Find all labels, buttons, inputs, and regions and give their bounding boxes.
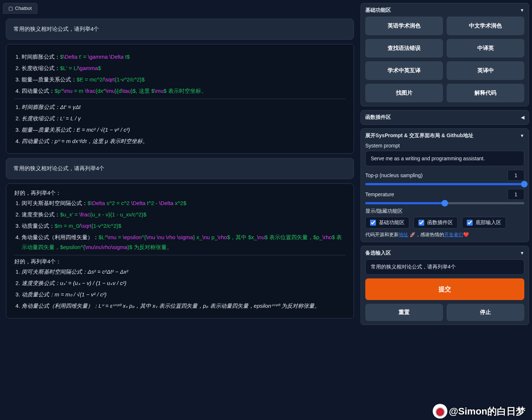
function-button[interactable]: 找图片 <box>365 84 443 102</box>
alt-input-panel: 备选输入区 ▼ 提交 重置 停止 <box>361 246 529 325</box>
formula-rendered: 角动量公式（利用四维矢量）：Lᵘ = εᵘᵛᵖᵟ xᵥ pₚ，其中 xᵥ 表示位… <box>22 301 346 311</box>
tab-label: Chatbot <box>15 6 32 11</box>
toggle-checkbox[interactable] <box>418 220 424 226</box>
chevron-down-icon[interactable]: ▼ <box>520 251 524 256</box>
watermark: ◉ @Simon的白日梦 <box>433 404 525 419</box>
panel-title: 基础功能区 <box>365 7 391 14</box>
function-button[interactable]: 解释代码 <box>447 84 524 102</box>
credits-text: 代码开源和更新地址 🚀，感谢热情的开发者们❤️ <box>365 231 524 238</box>
bot-message: 时间膨胀公式：$\Delta t' = \gamma \Delta t$长度收缩… <box>6 44 354 154</box>
formula-rendered: 能量—质量关系公式：E = mc² / √(1 − v² / c²) <box>22 125 346 135</box>
formula-item: 动质量公式：$m = m_0/\sqrt{1-v^2/c^2}$ <box>22 221 346 231</box>
formula-rendered: 动质量公式：m = m₀ / √(1 − v² / c²) <box>22 289 346 299</box>
topp-value[interactable]: 1 <box>507 170 524 181</box>
temperature-label: Temperature <box>365 191 394 197</box>
weibo-icon: ◉ <box>433 404 447 419</box>
toggle-item[interactable]: 函数插件区 <box>414 217 458 229</box>
function-button[interactable]: 中文学术润色 <box>447 17 524 35</box>
panel-title: 函数插件区 <box>365 114 391 121</box>
toggle-item[interactable]: 基础功能区 <box>365 217 409 229</box>
user-message: 常用的狭义相对论公式，请列举4个 <box>6 19 354 40</box>
chevron-left-icon[interactable]: ◀ <box>521 115 524 120</box>
formula-item: 长度收缩公式：$L' = L/\gamma$ <box>22 63 346 73</box>
panel-title: 展开SysPrompt & 交互界面布局 & Github地址 <box>365 132 473 139</box>
plugin-panel[interactable]: 函数插件区 ◀ <box>361 110 529 125</box>
temperature-value[interactable]: 1 <box>507 189 524 200</box>
formula-item: 速度变换公式：$u_x' = \frac{u_x - v}{1 - u_xv/c… <box>22 209 346 219</box>
formula-item: 四动量公式：$p^\mu = m \frac{dx^\mu}{d\tau}$, … <box>22 86 346 96</box>
submit-button[interactable]: 提交 <box>365 278 524 300</box>
bot-message: 好的，再列举4个： 闵可夫斯基时空间隔公式：$\Delta s^2 = c^2 … <box>6 183 354 318</box>
function-button[interactable]: 英语学术润色 <box>365 17 443 35</box>
alt-input[interactable] <box>365 259 524 275</box>
system-prompt-input[interactable] <box>365 151 524 166</box>
formula-item: 闵可夫斯基时空间隔公式：$\Delta s^2 = c^2 \Delta t^2… <box>22 198 346 208</box>
stop-button[interactable]: 停止 <box>447 304 524 321</box>
formula-rendered: 四动量公式：pᵘ = m dxᵘ/dτ，这里 μ 表示时空坐标。 <box>22 136 346 146</box>
topp-slider[interactable] <box>365 183 524 185</box>
formula-item: 能量—质量关系公式：$E = mc^2/\sqrt{1-v^2/c^2}$ <box>22 74 346 84</box>
function-button[interactable]: 查找语法错误 <box>365 39 443 58</box>
formula-rendered: 时间膨胀公式：Δt′ = γΔt <box>22 102 346 112</box>
formula-rendered: 长度收缩公式：L′ = L / γ <box>22 113 346 123</box>
devs-link[interactable]: 开发者们 <box>444 232 463 237</box>
function-button[interactable]: 中译英 <box>447 39 524 58</box>
expand-panel: 展开SysPrompt & 交互界面布局 & Github地址 ▼ System… <box>361 128 529 242</box>
temperature-slider[interactable] <box>365 202 524 204</box>
formula-item: 角动量公式（利用四维矢量）：$L^\mu = \epsilon^{\mu \nu… <box>22 232 346 252</box>
formula-item: 时间膨胀公式：$\Delta t' = \gamma \Delta t$ <box>22 52 346 62</box>
chat-area: 常用的狭义相对论公式，请列举4个 时间膨胀公式：$\Delta t' = \ga… <box>3 16 357 417</box>
chevron-down-icon[interactable]: ▼ <box>520 133 524 138</box>
function-button[interactable]: 英译中 <box>447 61 524 80</box>
toggle-section-label: 显示/隐藏功能区 <box>365 208 524 215</box>
system-prompt-label: System prompt <box>365 143 524 149</box>
toggle-item[interactable]: 底部输入区 <box>462 217 506 229</box>
reset-button[interactable]: 重置 <box>365 304 443 321</box>
function-button[interactable]: 学术中英互译 <box>365 61 443 80</box>
source-link[interactable]: 地址 <box>399 232 408 237</box>
toggle-checkbox[interactable] <box>370 220 376 226</box>
topp-label: Top-p (nucleus sampling) <box>365 172 422 178</box>
chevron-down-icon[interactable]: ▼ <box>520 8 524 13</box>
toggle-checkbox[interactable] <box>467 220 473 226</box>
formula-rendered: 速度变换公式：uₓ′ = (uₓ − v) / (1 − uₓv / c²) <box>22 278 346 288</box>
basic-functions-panel: 基础功能区 ▼ 英语学术润色中文学术润色查找语法错误中译英学术中英互译英译中找图… <box>361 3 529 106</box>
formula-rendered: 闵可夫斯基时空间隔公式：Δs² = c²Δt² − Δx² <box>22 267 346 277</box>
chat-icon: ▢ <box>8 6 13 11</box>
chatbot-tab[interactable]: ▢ Chatbot <box>3 3 37 14</box>
user-message: 常用的狭义相对论公式，请再列举4个 <box>6 158 354 179</box>
panel-title: 备选输入区 <box>365 250 391 256</box>
